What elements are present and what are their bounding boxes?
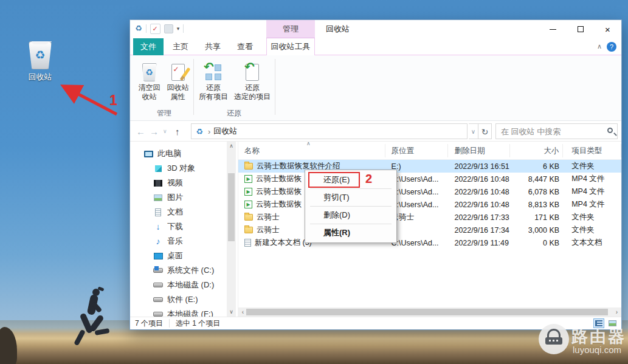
title-bar[interactable]: ♻ ✓ ▾ 管理 回收站 × bbox=[130, 20, 621, 38]
toolbar-separator bbox=[183, 24, 184, 33]
sidebar-item-3d-objects[interactable]: 3D 对象 bbox=[130, 161, 238, 176]
search-icon[interactable] bbox=[607, 128, 613, 133]
column-size[interactable]: 大小 bbox=[510, 144, 563, 157]
file-row[interactable]: 云骑士 2022/9/16 17:34 3,000 KB 文件夹 bbox=[238, 224, 621, 236]
tree-label: 本地磁盘 (F:) bbox=[167, 309, 213, 317]
help-icon[interactable]: ? bbox=[607, 42, 616, 52]
file-name: 新建文本文档 (3) bbox=[255, 238, 312, 248]
toolbar-separator bbox=[146, 24, 147, 33]
file-row-selected[interactable]: 云骑士数据恢复软件介绍 E:) 2022/9/13 16:51 6 KB 文件夹 bbox=[238, 160, 621, 173]
menu-item-cut[interactable]: 剪切(T) bbox=[305, 189, 396, 206]
runner-shin bbox=[94, 328, 109, 335]
scrollbar-thumb[interactable] bbox=[246, 309, 608, 315]
empty-recycle-bin-icon: ♻ bbox=[142, 63, 157, 81]
file-row[interactable]: ▶云骑士数据恢 C:\Users\Ad... 2022/9/16 10:48 6… bbox=[238, 185, 621, 198]
tree-label: 视频 bbox=[167, 177, 183, 188]
column-original-location[interactable]: 原位置 bbox=[385, 144, 449, 157]
breadcrumb-chevron-icon[interactable]: › bbox=[205, 127, 213, 136]
back-icon[interactable]: ← bbox=[136, 121, 145, 142]
new-folder-shortcut-icon[interactable] bbox=[164, 24, 173, 33]
ribbon-group-manage: 管理 bbox=[135, 108, 193, 118]
properties-shortcut-icon[interactable]: ✓ bbox=[150, 24, 160, 34]
sidebar-item-drive-d[interactable]: 本地磁盘 (D:) bbox=[130, 278, 238, 292]
column-name[interactable]: 名称 bbox=[238, 144, 385, 157]
sidebar-scrollbar[interactable]: ∧ ∨ bbox=[227, 142, 236, 317]
pencil-icon bbox=[179, 67, 190, 81]
sidebar-item-documents[interactable]: 文档 bbox=[130, 205, 238, 219]
file-row[interactable]: 云骑士 云骑士 2022/9/16 17:33 171 KB 文件夹 bbox=[238, 211, 621, 224]
button-label-line: 选定的项目 bbox=[234, 92, 271, 101]
column-date-deleted[interactable]: 删除日期 bbox=[448, 144, 510, 157]
up-icon[interactable]: ↑ bbox=[175, 121, 180, 142]
file-type: MP4 文件 bbox=[563, 174, 621, 184]
watermark-domain: luyouqi.com bbox=[573, 345, 621, 355]
tree-label: 3D 对象 bbox=[167, 163, 195, 174]
tree-label: 下载 bbox=[167, 221, 183, 232]
window-title: 回收站 bbox=[326, 20, 350, 38]
breadcrumb[interactable]: 回收站 bbox=[213, 126, 237, 137]
desktop-recycle-bin-icon[interactable]: ♻ 回收站 bbox=[22, 41, 58, 83]
navigation-bar: ← → ∨ ↑ ♻ › 回收站 ∨ ↻ bbox=[130, 121, 621, 142]
customize-qat-dropdown-icon[interactable]: ▾ bbox=[177, 26, 180, 32]
forward-icon[interactable]: → bbox=[150, 121, 159, 142]
runner-shin bbox=[74, 329, 86, 346]
empty-recycle-bin-button[interactable]: ♻ 清空回 收站 bbox=[135, 58, 164, 115]
button-label-line: 清空回 bbox=[139, 83, 160, 92]
wifi-arc-icon bbox=[547, 329, 561, 337]
scroll-up-icon[interactable]: ∧ bbox=[227, 142, 236, 151]
sort-ascending-icon: ∧ bbox=[306, 140, 311, 146]
close-button[interactable]: × bbox=[594, 20, 621, 38]
sidebar-item-pictures[interactable]: 图片 bbox=[130, 190, 238, 205]
tree-label: 桌面 bbox=[167, 250, 183, 261]
file-date: 2022/9/16 10:48 bbox=[448, 188, 510, 196]
recycle-bin-properties-button[interactable]: ✓ 回收站 属性 bbox=[164, 58, 192, 115]
menu-item-properties[interactable]: 属性(R) bbox=[305, 224, 396, 241]
file-list: ∧ 名称 原位置 删除日期 大小 项目类型 云骑士数据恢复软件介绍 E:) 20… bbox=[238, 142, 621, 317]
sidebar-item-downloads[interactable]: ↓ 下载 bbox=[130, 219, 238, 234]
recycle-bin-mini-icon: ♻ bbox=[194, 127, 205, 136]
runner-silhouette bbox=[72, 286, 124, 364]
menu-item-delete[interactable]: 删除(D) bbox=[305, 207, 396, 224]
collapse-ribbon-icon[interactable]: ∧ bbox=[597, 43, 602, 50]
sidebar-item-this-pc[interactable]: 此电脑 bbox=[130, 146, 238, 161]
sidebar-item-drive-e[interactable]: 软件 (E:) bbox=[130, 292, 238, 307]
minimize-icon bbox=[550, 29, 556, 30]
tab-file[interactable]: 文件 bbox=[133, 38, 164, 55]
file-row[interactable]: ▶云骑士数据恢 C:\Users\Ad... 2022/9/16 10:48 8… bbox=[238, 173, 621, 185]
tree-label: 文档 bbox=[167, 207, 183, 218]
scrollbar-thumb[interactable] bbox=[228, 173, 235, 241]
scroll-down-icon[interactable]: ∨ bbox=[227, 307, 236, 317]
address-bar[interactable]: ♻ › 回收站 bbox=[191, 123, 468, 139]
restore-selected-items-button[interactable]: ↶ 还原 选定的项目 bbox=[232, 58, 272, 115]
navigation-pane: 此电脑 3D 对象 视频 图片 文档 ↓ 下载 ♪ bbox=[130, 142, 238, 317]
sidebar-item-drive-c[interactable]: 系统文件 (C:) bbox=[130, 263, 238, 278]
annotation-highlight-box bbox=[308, 172, 360, 188]
restore-all-items-button[interactable]: ↶ 还原 所有项目 bbox=[196, 58, 231, 115]
column-item-type[interactable]: 项目类型 bbox=[563, 144, 621, 157]
search-input[interactable] bbox=[496, 124, 617, 139]
file-date: 2022/9/16 10:48 bbox=[448, 201, 510, 209]
file-name: 云骑士数据恢 bbox=[256, 174, 302, 184]
tab-view[interactable]: 查看 bbox=[230, 38, 260, 55]
file-row[interactable]: ▶云骑士数据恢 C:\Users\Ad... 2022/9/16 10:48 8… bbox=[238, 198, 621, 211]
tab-home[interactable]: 主页 bbox=[165, 38, 196, 55]
sidebar-item-music[interactable]: ♪ 音乐 bbox=[130, 234, 238, 249]
sidebar-item-drive-f[interactable]: 本地磁盘 (F:) bbox=[130, 307, 238, 317]
file-row[interactable]: 新建文本文档 (3) C:\Users\Ad... 2022/9/19 11:4… bbox=[238, 236, 621, 249]
restore-all-items-icon: ↶ bbox=[205, 64, 221, 80]
refresh-icon[interactable]: ↻ bbox=[478, 123, 492, 139]
ribbon-group-restore: 还原 bbox=[196, 108, 272, 118]
tab-share[interactable]: 共享 bbox=[198, 38, 228, 55]
horizontal-scrollbar[interactable]: ‹ › bbox=[238, 307, 621, 317]
recent-locations-dropdown-icon[interactable]: ∨ bbox=[163, 121, 167, 142]
sidebar-item-videos[interactable]: 视频 bbox=[130, 176, 238, 190]
address-dropdown-icon[interactable]: ∨ bbox=[469, 123, 478, 139]
recycle-bin-mini-icon[interactable]: ♻ bbox=[135, 23, 142, 34]
scroll-right-icon[interactable]: › bbox=[612, 307, 621, 317]
annotation-step-2: 2 bbox=[365, 172, 372, 186]
maximize-button[interactable] bbox=[567, 20, 594, 38]
tab-recycle-bin-tools[interactable]: 回收站工具 bbox=[266, 38, 315, 55]
ribbon-tab-row: 文件 主页 共享 查看 回收站工具 ∧ ? bbox=[130, 38, 621, 55]
minimize-button[interactable] bbox=[539, 20, 567, 38]
sidebar-item-desktop[interactable]: 桌面 bbox=[130, 249, 238, 263]
